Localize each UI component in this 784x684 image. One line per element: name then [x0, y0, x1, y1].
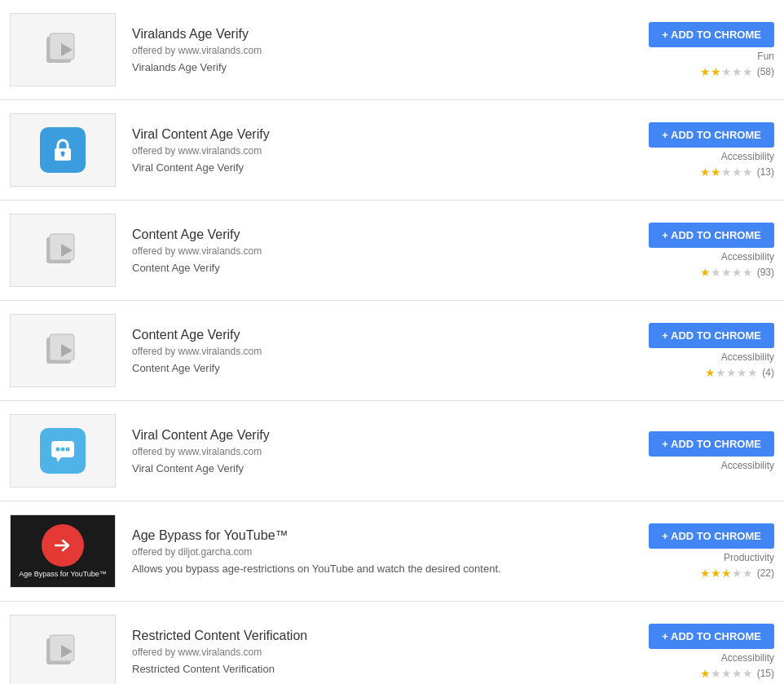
star-icon: ★	[711, 165, 721, 179]
extension-info: Restricted Content Verification offered …	[132, 629, 611, 675]
star-rating: ★★★★★ (58)	[700, 65, 774, 78]
star-icon: ★	[711, 266, 721, 279]
icon-wrapper	[10, 414, 116, 488]
extension-category: Fun	[757, 51, 774, 62]
star-icon: ★	[732, 65, 742, 78]
extension-icon	[40, 428, 86, 474]
extension-description: Allows you bypass age-restrictions on Yo…	[132, 563, 598, 575]
rating-count: (93)	[757, 267, 774, 278]
extension-name: Age Bypass for YouTube™	[132, 528, 598, 543]
star-icon: ★	[700, 165, 711, 179]
star-icon: ★	[700, 65, 711, 78]
extension-action: + ADD TO CHROME Accessibility ★★★★★ (4)	[611, 323, 774, 379]
star-icon: ★	[711, 567, 721, 580]
star-rating: ★★★★★ (13)	[700, 165, 774, 179]
star-icon: ★	[732, 165, 742, 179]
extension-category: Accessibility	[721, 251, 774, 263]
extension-name: Restricted Content Verification	[132, 629, 598, 643]
icon-wrapper	[10, 113, 116, 187]
extension-description: Viral Content Age Verify	[132, 161, 598, 174]
extension-action: + ADD TO CHROME Accessibility ★★★★★ (13)	[611, 122, 774, 179]
extension-item: Age Bypass for YouTube™ Age Bypass for Y…	[0, 501, 784, 602]
add-to-chrome-button[interactable]: + ADD TO CHROME	[649, 223, 774, 248]
icon-wrapper	[10, 314, 116, 387]
rating-count: (13)	[757, 166, 774, 178]
extension-offered-by: offered by diljot.garcha.com	[132, 546, 598, 558]
extension-item: Content Age Verify offered by www.virala…	[0, 301, 784, 401]
extension-offered-by: offered by www.viralands.com	[132, 646, 598, 658]
extension-description: Viralands Age Verify	[132, 61, 598, 73]
star-icon: ★	[705, 366, 716, 379]
icon-wrapper	[10, 615, 116, 684]
star-icon: ★	[721, 567, 732, 580]
svg-point-15	[66, 448, 70, 452]
icon-wrapper	[10, 214, 116, 287]
star-rating: ★★★★★ (15)	[700, 667, 774, 680]
extension-category: Accessibility	[721, 151, 774, 162]
extension-info: Viral Content Age Verify offered by www.…	[132, 127, 611, 174]
add-to-chrome-button[interactable]: + ADD TO CHROME	[649, 122, 774, 148]
svg-marker-16	[56, 457, 61, 462]
extension-name: Viral Content Age Verify	[132, 428, 598, 443]
svg-rect-5	[62, 153, 64, 157]
add-to-chrome-button[interactable]: + ADD TO CHROME	[649, 22, 774, 47]
extension-info: Viralands Age Verify offered by www.vira…	[132, 27, 611, 73]
add-to-chrome-button[interactable]: + ADD TO CHROME	[649, 523, 774, 549]
rating-count: (4)	[762, 367, 774, 378]
extension-action: + ADD TO CHROME Productivity ★★★★★ (22)	[611, 523, 774, 580]
star-icon: ★	[742, 567, 753, 580]
extension-action: + ADD TO CHROME Accessibility	[611, 431, 774, 471]
icon-wrapper: Age Bypass for YouTube™	[10, 514, 116, 588]
star-icon: ★	[700, 667, 711, 680]
add-to-chrome-button[interactable]: + ADD TO CHROME	[649, 431, 774, 457]
star-icon: ★	[711, 65, 721, 78]
icon-wrapper	[10, 13, 116, 86]
extension-description: Content Age Verify	[132, 262, 598, 274]
star-icon: ★	[742, 165, 753, 179]
rating-count: (58)	[757, 66, 774, 77]
extension-info: Viral Content Age Verify offered by www.…	[132, 428, 611, 474]
star-icon: ★	[721, 65, 732, 78]
extension-category: Accessibility	[721, 460, 774, 471]
extension-action: + ADD TO CHROME Fun ★★★★★ (58)	[611, 22, 774, 78]
extension-item: Viral Content Age Verify offered by www.…	[0, 100, 784, 201]
extension-item: Viral Content Age Verify offered by www.…	[0, 401, 784, 501]
extension-icon	[42, 29, 84, 71]
extension-category: Productivity	[724, 552, 774, 563]
add-to-chrome-button[interactable]: + ADD TO CHROME	[649, 323, 774, 348]
extension-icon	[42, 329, 84, 372]
extension-description: Viral Content Age Verify	[132, 462, 598, 474]
extension-list: Viralands Age Verify offered by www.vira…	[0, 0, 784, 684]
extension-item: Viralands Age Verify offered by www.vira…	[0, 0, 784, 100]
extension-icon	[40, 127, 86, 173]
star-icon: ★	[742, 65, 753, 78]
star-icon: ★	[721, 266, 732, 279]
youtube-bypass-label: Age Bypass for YouTube™	[19, 570, 107, 579]
star-icon: ★	[732, 266, 742, 279]
star-icon: ★	[742, 667, 753, 680]
star-icon: ★	[732, 667, 742, 680]
extension-offered-by: offered by www.viralands.com	[132, 446, 598, 457]
star-icon: ★	[732, 567, 742, 580]
extension-info: Age Bypass for YouTube™ offered by diljo…	[132, 528, 611, 575]
star-rating: ★★★★★ (22)	[700, 567, 774, 580]
star-rating: ★★★★★ (4)	[705, 366, 774, 379]
extension-offered-by: offered by www.viralands.com	[132, 346, 598, 357]
add-to-chrome-button[interactable]: + ADD TO CHROME	[649, 624, 774, 649]
extension-info: Content Age Verify offered by www.virala…	[132, 227, 611, 274]
star-icon: ★	[721, 667, 732, 680]
extension-offered-by: offered by www.viralands.com	[132, 245, 598, 257]
star-icon: ★	[721, 165, 732, 179]
rating-count: (22)	[757, 567, 774, 579]
star-icon: ★	[700, 266, 711, 279]
extension-icon: Age Bypass for YouTube™	[11, 515, 115, 587]
star-icon: ★	[747, 366, 758, 379]
star-icon: ★	[726, 366, 737, 379]
star-icon: ★	[737, 366, 747, 379]
extension-name: Viral Content Age Verify	[132, 127, 598, 142]
extension-category: Accessibility	[721, 351, 774, 363]
extension-offered-by: offered by www.viralands.com	[132, 45, 598, 56]
star-icon: ★	[711, 667, 721, 680]
rating-count: (15)	[757, 668, 774, 679]
extension-description: Restricted Content Verification	[132, 663, 598, 675]
